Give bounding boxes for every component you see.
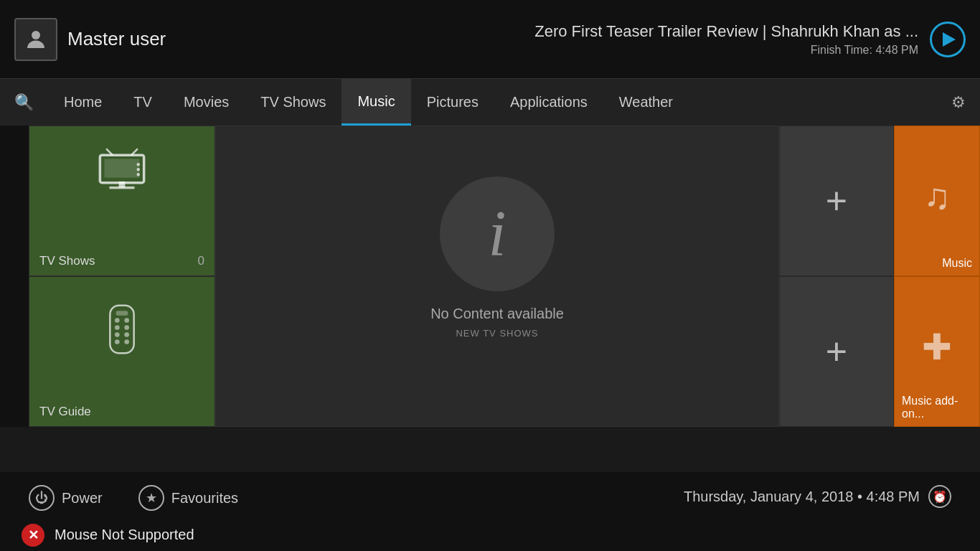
svg-point-16 xyxy=(124,332,129,337)
user-section: Master user xyxy=(14,18,166,61)
svg-point-0 xyxy=(32,31,40,39)
svg-point-18 xyxy=(124,339,129,344)
mouse-not-supported-text: Mouse Not Supported xyxy=(55,527,194,543)
info-icon: i xyxy=(488,202,506,266)
nav-home[interactable]: Home xyxy=(48,79,118,126)
music-tile[interactable]: ♫ Music xyxy=(894,126,980,276)
favourites-button[interactable]: ★ Favourites xyxy=(138,485,238,511)
remote-icon xyxy=(100,302,143,356)
power-button[interactable]: ⏻ Power xyxy=(29,485,103,511)
nav-pictures[interactable]: Pictures xyxy=(411,79,494,126)
music-label: Music xyxy=(942,257,972,270)
search-icon[interactable]: 🔍 xyxy=(14,93,34,112)
svg-point-9 xyxy=(137,173,140,176)
music-icon: ♫ xyxy=(923,176,951,217)
svg-rect-4 xyxy=(105,159,140,178)
left-tiles: TV Shows 0 xyxy=(29,126,215,427)
puzzle-icon: ✚ xyxy=(922,326,952,368)
add-tile-bottom[interactable]: + xyxy=(779,276,894,427)
favourites-label: Favourites xyxy=(171,490,238,507)
now-playing-title: Zero First Teaser Trailer Review | Shahr… xyxy=(534,22,918,41)
tv-icon xyxy=(97,146,147,196)
clock-icon: ⏰ xyxy=(928,485,951,508)
footer-left: ⏻ Power ★ Favourites xyxy=(29,485,238,511)
content-area: TV Shows 0 xyxy=(0,126,980,427)
datetime-display: Thursday, January 4, 2018 • 4:48 PM xyxy=(684,489,920,505)
nav-music[interactable]: Music xyxy=(341,79,410,126)
svg-point-7 xyxy=(137,163,140,166)
svg-point-12 xyxy=(124,318,129,323)
favourites-icon: ★ xyxy=(138,485,164,511)
settings-icon[interactable]: ⚙ xyxy=(951,93,966,112)
nav-movies[interactable]: Movies xyxy=(168,79,245,126)
info-circle: i xyxy=(440,176,555,291)
svg-point-8 xyxy=(137,168,140,171)
mouse-not-supported-icon: ✕ xyxy=(22,524,44,547)
header: Master user Zero First Teaser Trailer Re… xyxy=(0,0,980,79)
svg-point-17 xyxy=(115,339,120,344)
plus-icon-top: + xyxy=(826,182,847,220)
footer-bottom-bar: ✕ Mouse Not Supported xyxy=(0,519,980,551)
music-addon-tile[interactable]: ✚ Music add-on... xyxy=(894,276,980,427)
svg-rect-19 xyxy=(116,311,128,316)
center-content: i No Content available NEW TV SHOWS xyxy=(215,126,779,427)
music-addon-label: Music add-on... xyxy=(902,395,972,420)
right-tiles: ♫ Music ✚ Music add-on... xyxy=(894,126,980,427)
nav-tv-shows[interactable]: TV Shows xyxy=(245,79,341,126)
no-content-label: No Content available xyxy=(430,306,564,322)
user-icon xyxy=(23,27,49,52)
tv-guide-tile[interactable]: TV Guide xyxy=(29,276,215,427)
nav-applications[interactable]: Applications xyxy=(494,79,603,126)
navbar: 🔍 Home TV Movies TV Shows Music Pictures… xyxy=(0,79,980,126)
power-label: Power xyxy=(62,490,103,507)
finish-time: Finish Time: 4:48 PM xyxy=(534,44,918,57)
plus-icon-bottom: + xyxy=(826,333,847,370)
nav-weather[interactable]: Weather xyxy=(603,79,689,126)
nav-tv[interactable]: TV xyxy=(118,79,168,126)
left-strip xyxy=(0,126,29,427)
tv-shows-label: TV Shows 0 xyxy=(39,254,204,268)
svg-point-15 xyxy=(115,332,120,337)
footer-right: Thursday, January 4, 2018 • 4:48 PM ⏰ xyxy=(684,485,951,508)
tv-shows-tile[interactable]: TV Shows 0 xyxy=(29,126,215,276)
avatar xyxy=(14,18,57,61)
tv-guide-label: TV Guide xyxy=(39,405,204,419)
now-playing-section: Zero First Teaser Trailer Review | Shahr… xyxy=(534,22,966,57)
svg-point-14 xyxy=(124,325,129,330)
new-tv-shows-label: NEW TV SHOWS xyxy=(456,328,538,339)
power-icon: ⏻ xyxy=(29,485,55,511)
now-playing-text: Zero First Teaser Trailer Review | Shahr… xyxy=(534,22,918,57)
add-tile-top[interactable]: + xyxy=(779,126,894,276)
username: Master user xyxy=(67,28,166,50)
svg-point-13 xyxy=(115,325,120,330)
svg-point-11 xyxy=(115,318,120,323)
grid-area: TV Shows 0 xyxy=(29,126,980,427)
plus-tiles: + + xyxy=(779,126,894,427)
play-button[interactable] xyxy=(930,22,966,57)
